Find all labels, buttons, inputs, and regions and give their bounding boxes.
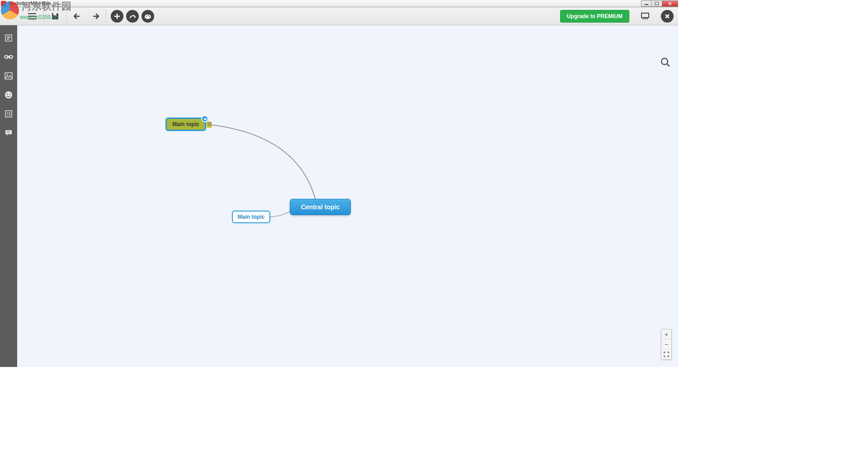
svg-point-13 — [5, 91, 12, 99]
image-icon — [5, 72, 13, 80]
svg-point-5 — [149, 16, 150, 17]
plus-icon: + — [665, 331, 668, 338]
fit-icon — [664, 352, 669, 357]
svg-rect-6 — [642, 13, 649, 18]
titlebar: Mindomo - Mind Map — [0, 0, 678, 7]
notes-icon — [5, 34, 13, 42]
svg-point-17 — [661, 58, 668, 65]
minimize-button[interactable] — [641, 0, 652, 7]
emoji-icon — [5, 91, 13, 99]
link-icon — [4, 54, 13, 60]
plus-icon — [114, 13, 120, 19]
svg-rect-0 — [645, 4, 648, 5]
window-title: Mindomo - Mind Map — [8, 1, 51, 6]
menu-button[interactable] — [25, 9, 39, 23]
comment-icon — [5, 129, 13, 136]
svg-point-15 — [9, 94, 10, 94]
central-topic-label: Central topic — [301, 203, 340, 211]
main-topic-1-node[interactable]: Main topic — [165, 118, 206, 131]
image-tool[interactable] — [3, 70, 14, 81]
zoom-controls: + − — [661, 329, 672, 360]
minus-icon: − — [665, 341, 668, 348]
link-tool[interactable] — [3, 52, 14, 62]
notes-tool[interactable] — [3, 33, 14, 43]
close-window-button[interactable] — [662, 0, 678, 7]
add-relation-button[interactable] — [126, 10, 139, 23]
close-app-button[interactable] — [661, 10, 674, 23]
separator — [43, 10, 44, 23]
main-topic-1-label: Main topic — [172, 121, 199, 127]
zoom-fit-button[interactable] — [661, 349, 671, 359]
svg-rect-11 — [5, 73, 12, 79]
central-topic-node[interactable]: Central topic — [290, 199, 351, 215]
relation-icon — [129, 13, 136, 19]
app-icon — [1, 1, 6, 6]
search-icon — [660, 57, 671, 68]
upgrade-button[interactable]: Upgrade to PREMIUM — [560, 10, 629, 23]
save-button[interactable] — [48, 9, 62, 23]
svg-point-3 — [146, 15, 147, 16]
maximize-button[interactable] — [651, 0, 662, 7]
connectors — [17, 25, 678, 367]
svg-point-12 — [7, 74, 8, 75]
present-icon — [641, 12, 650, 20]
task-icon — [5, 110, 13, 118]
main-topic-2-node[interactable]: Main topic — [232, 211, 270, 223]
canvas[interactable]: Central topic Main topic Main topic + − — [17, 25, 678, 367]
sidebar — [0, 25, 17, 367]
svg-rect-1 — [655, 2, 659, 5]
toolbar: Upgrade to PREMIUM — [0, 7, 678, 25]
zoom-out-button[interactable]: − — [661, 339, 671, 349]
redo-icon — [90, 13, 99, 20]
present-button[interactable] — [638, 9, 652, 23]
close-icon — [665, 14, 670, 19]
add-topic-button[interactable] — [111, 10, 123, 23]
window-controls — [642, 0, 678, 7]
separator — [106, 10, 106, 23]
main-topic-2-label: Main topic — [238, 214, 264, 220]
emoji-tool[interactable] — [3, 89, 14, 100]
undo-icon — [74, 13, 83, 20]
palette-icon — [144, 13, 151, 19]
svg-point-4 — [148, 14, 149, 15]
note-indicator-icon[interactable] — [207, 122, 212, 128]
svg-point-14 — [7, 94, 8, 94]
zoom-in-button[interactable]: + — [661, 329, 671, 339]
svg-rect-10 — [7, 56, 10, 57]
search-button[interactable] — [660, 57, 673, 70]
separator — [66, 10, 67, 23]
theme-button[interactable] — [142, 10, 154, 23]
undo-button[interactable] — [71, 9, 85, 23]
save-icon — [51, 12, 59, 20]
redo-button[interactable] — [88, 9, 101, 23]
task-tool[interactable] — [3, 108, 14, 119]
menu-icon — [28, 13, 36, 19]
comment-tool[interactable] — [3, 127, 14, 138]
